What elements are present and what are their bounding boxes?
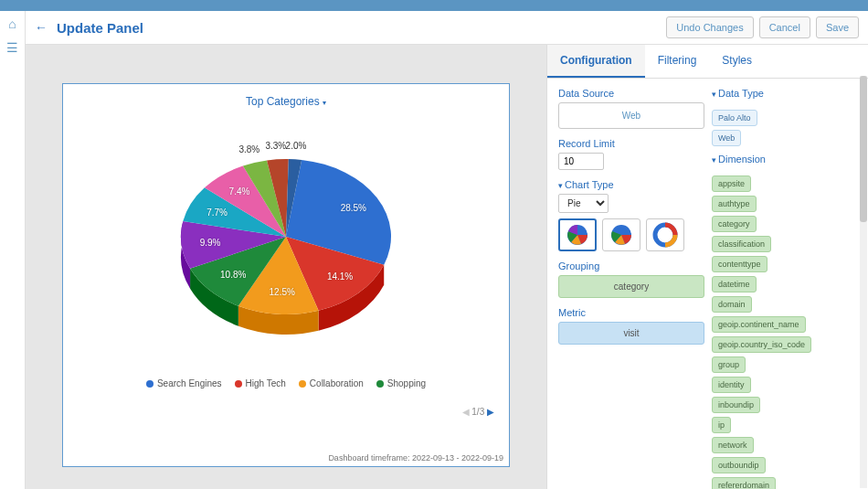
legend-item[interactable]: Shopping [376, 378, 426, 388]
grouping-label: Grouping [558, 260, 704, 271]
chart-card: Top Categories ▾ 28.5%14.1%12.5%10.8%9.9… [62, 83, 510, 467]
legend: Search Engines High Tech Collaboration S… [74, 378, 498, 388]
chart-type-select[interactable]: Pie [558, 194, 609, 213]
left-rail: ⌂ ☰ [0, 11, 26, 489]
app-topbar [0, 0, 868, 11]
tab-styles[interactable]: Styles [709, 45, 765, 78]
caret-down-icon: ▾ [323, 99, 326, 107]
data-type-list: Palo Alto Web [712, 110, 857, 146]
dimension-pill[interactable]: classification [712, 236, 771, 252]
record-limit-label: Record Limit [558, 138, 704, 149]
dimension-list: appsiteauthtypecategoryclassificationcon… [712, 175, 857, 489]
page-title: Update Panel [57, 20, 143, 36]
metric-chip[interactable]: visit [558, 322, 704, 345]
dimension-pill[interactable]: category [712, 216, 757, 232]
back-arrow-icon[interactable]: ← [35, 20, 48, 35]
legend-item[interactable]: Search Engines [146, 378, 222, 388]
timeframe-label: Dashboard timeframe: 2022-09-13 - 2022-0… [328, 453, 503, 462]
tabs: Configuration Filtering Styles [547, 45, 868, 79]
dimension-pill[interactable]: domain [712, 296, 752, 313]
dimension-pill[interactable]: network [712, 437, 754, 453]
chart-type-pie-3d[interactable] [558, 218, 597, 251]
dimension-pill[interactable]: geoip.country_iso_code [712, 336, 811, 353]
dimension-pill[interactable]: datetime [712, 276, 757, 292]
data-type-pill[interactable]: Palo Alto [712, 110, 757, 126]
legend-item[interactable]: High Tech [235, 378, 286, 388]
data-source-label: Data Source [558, 88, 704, 99]
pager-text: 1/3 [471, 407, 484, 417]
cancel-button[interactable]: Cancel [759, 16, 810, 38]
scroll-thumb[interactable] [860, 76, 867, 222]
pie-svg [149, 113, 423, 369]
pager-prev-icon[interactable]: ◀ [462, 407, 470, 417]
data-type-label[interactable]: Data Type [712, 88, 857, 99]
dimension-pill[interactable]: authtype [712, 196, 757, 212]
dimension-pill[interactable]: outboundip [712, 457, 766, 473]
chart-title-dropdown[interactable]: Top Categories ▾ [74, 95, 498, 108]
pie-chart: 28.5%14.1%12.5%10.8%9.9%7.7%7.4%3.8%3.3%… [149, 113, 423, 369]
metric-label: Metric [558, 307, 704, 318]
chart-canvas: Top Categories ▾ 28.5%14.1%12.5%10.8%9.9… [26, 45, 546, 489]
sidepanel-scrollbar[interactable] [860, 76, 867, 488]
chart-type-pie-flat[interactable] [602, 218, 640, 251]
dimension-pill[interactable]: ip [712, 417, 731, 433]
chart-title-label: Top Categories [246, 95, 320, 108]
dimension-label[interactable]: Dimension [712, 154, 857, 165]
chart-type-donut[interactable] [646, 218, 684, 251]
pager-next-icon[interactable]: ▶ [487, 407, 494, 417]
grouping-chip[interactable]: category [558, 275, 704, 298]
undo-changes-button[interactable]: Undo Changes [666, 16, 753, 38]
home-icon[interactable]: ⌂ [8, 16, 16, 31]
dimension-pill[interactable]: refererdomain [712, 477, 776, 489]
record-limit-input[interactable] [558, 153, 604, 170]
dimension-pill[interactable]: appsite [712, 175, 751, 192]
tab-filtering[interactable]: Filtering [645, 45, 710, 78]
save-button[interactable]: Save [816, 16, 859, 38]
tab-configuration[interactable]: Configuration [547, 45, 645, 78]
dimension-pill[interactable]: group [712, 356, 746, 373]
header: ← Update Panel Undo Changes Cancel Save [0, 11, 868, 45]
dimension-pill[interactable]: inboundip [712, 397, 760, 413]
legend-pager: ◀ 1/3 ▶ [462, 407, 494, 417]
dimension-pill[interactable]: contenttype [712, 256, 767, 272]
chart-type-label[interactable]: Chart Type [558, 179, 704, 190]
legend-item[interactable]: Collaboration [299, 378, 364, 388]
data-source-box[interactable]: Web [558, 102, 704, 129]
dimension-pill[interactable]: geoip.continent_name [712, 316, 806, 333]
list-icon[interactable]: ☰ [6, 40, 18, 55]
data-type-pill[interactable]: Web [712, 130, 741, 146]
dimension-pill[interactable]: identity [712, 377, 751, 393]
side-panel: Configuration Filtering Styles Data Sour… [546, 45, 868, 489]
